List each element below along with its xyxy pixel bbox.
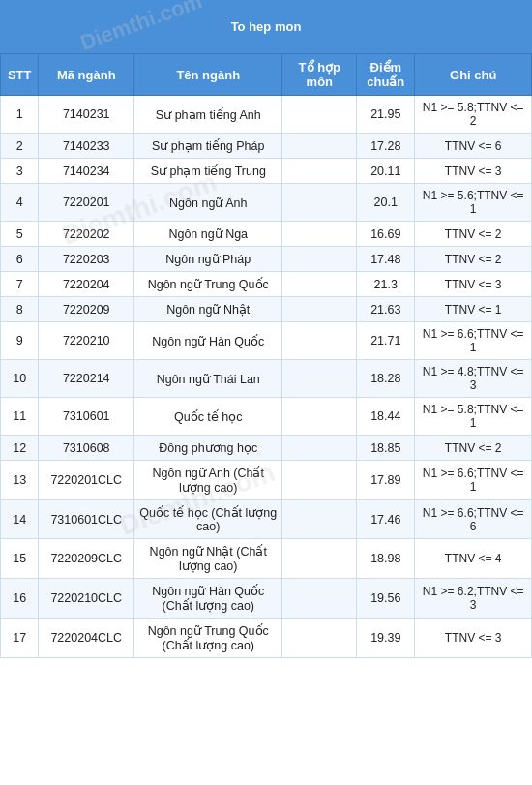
cell-ghi-chu: N1 >= 5.8;TTNV <= 1: [415, 398, 532, 436]
cell-ten-nganh: Ngôn ngữ Pháp: [134, 247, 282, 272]
table-row: 67220203Ngôn ngữ Pháp17.48TTNV <= 2: [1, 247, 532, 272]
cell-diem-chuan: 17.48: [357, 247, 415, 272]
cell-ten-nganh: Ngôn ngữ Nhật (Chất lượng cao): [134, 539, 282, 579]
cell-diem-chuan: 16.69: [357, 222, 415, 247]
cell-ma-nganh: 7220210CLC: [39, 579, 134, 619]
cell-diem-chuan: 21.95: [357, 96, 415, 134]
cell-ghi-chu: N1 >= 6.6;TTNV <= 6: [415, 500, 532, 539]
cell-ghi-chu: TTNV <= 1: [415, 297, 532, 322]
cell-stt: 5: [1, 222, 39, 247]
cell-stt: 11: [1, 398, 39, 436]
cell-to-hop: [282, 297, 357, 322]
cell-ten-nganh: Ngôn ngữ Hàn Quốc: [134, 322, 282, 360]
cell-ten-nganh: Ngôn ngữ Nga: [134, 222, 282, 247]
cell-ma-nganh: 7220202: [39, 222, 134, 247]
cell-ghi-chu: N1 >= 6.2;TTNV <= 3: [415, 579, 532, 619]
cell-to-hop: [282, 539, 357, 579]
cell-to-hop: [282, 222, 357, 247]
cell-stt: 10: [1, 360, 39, 398]
cell-ghi-chu: N1 >= 5.6;TTNV <= 1: [415, 184, 532, 222]
cell-diem-chuan: 18.85: [357, 436, 415, 461]
cell-ghi-chu: TTNV <= 3: [415, 272, 532, 297]
cell-to-hop: [282, 398, 357, 436]
cell-stt: 9: [1, 322, 39, 360]
cell-stt: 6: [1, 247, 39, 272]
cell-ghi-chu: TTNV <= 3: [415, 159, 532, 184]
cell-to-hop: [282, 461, 357, 500]
cell-stt: 15: [1, 539, 39, 579]
cell-stt: 16: [1, 579, 39, 619]
cell-diem-chuan: 17.28: [357, 134, 415, 159]
cell-ma-nganh: 7220203: [39, 247, 134, 272]
table-row: 157220209CLCNgôn ngữ Nhật (Chất lượng ca…: [1, 539, 532, 579]
col-diem-chuan: Điểm chuẩn: [357, 54, 415, 96]
cell-to-hop: [282, 619, 357, 658]
cell-stt: 12: [1, 436, 39, 461]
cell-stt: 1: [1, 96, 39, 134]
watermark-1: Diemthi.com: [77, 0, 206, 56]
cell-ten-nganh: Sư phạm tiếng Anh: [134, 96, 282, 134]
cell-stt: 8: [1, 297, 39, 322]
cell-stt: 17: [1, 619, 39, 658]
cell-diem-chuan: 18.28: [357, 360, 415, 398]
table-row: 117310601Quốc tế học18.44N1 >= 5.8;TTNV …: [1, 398, 532, 436]
table-row: 87220209Ngôn ngữ Nhật21.63TTNV <= 1: [1, 297, 532, 322]
cell-ma-nganh: 7310608: [39, 436, 134, 461]
table-row: 177220204CLCNgôn ngữ Trung Quốc (Chất lư…: [1, 619, 532, 658]
cell-ten-nganh: Ngôn ngữ Trung Quốc: [134, 272, 282, 297]
cell-diem-chuan: 21.63: [357, 297, 415, 322]
cell-ma-nganh: 7310601CLC: [39, 500, 134, 539]
cell-to-hop: [282, 159, 357, 184]
cell-ghi-chu: TTNV <= 2: [415, 247, 532, 272]
cell-diem-chuan: 21.71: [357, 322, 415, 360]
cell-ten-nganh: Ngôn ngữ Hàn Quốc (Chất lượng cao): [134, 579, 282, 619]
cell-diem-chuan: 20.1: [357, 184, 415, 222]
table-header-row: STT Mã ngành Tên ngành Tổ hợp môn Điểm c…: [1, 54, 532, 96]
cell-stt: 14: [1, 500, 39, 539]
cell-ghi-chu: TTNV <= 3: [415, 619, 532, 658]
cell-ghi-chu: TTNV <= 4: [415, 539, 532, 579]
cell-to-hop: [282, 322, 357, 360]
cell-ghi-chu: N1 >= 6.6;TTNV <= 1: [415, 322, 532, 360]
cell-ma-nganh: 7220210: [39, 322, 134, 360]
cell-ghi-chu: N1 >= 4.8;TTNV <= 3: [415, 360, 532, 398]
cell-stt: 4: [1, 184, 39, 222]
table-row: 107220214Ngôn ngữ Thái Lan18.28N1 >= 4.8…: [1, 360, 532, 398]
cell-ma-nganh: 7140231: [39, 96, 134, 134]
cell-to-hop: [282, 134, 357, 159]
col-ghi-chu: Ghi chú: [415, 54, 532, 96]
cell-ma-nganh: 7220214: [39, 360, 134, 398]
table-row: 167220210CLCNgôn ngữ Hàn Quốc (Chất lượn…: [1, 579, 532, 619]
cell-ghi-chu: N1 >= 5.8;TTNV <= 2: [415, 96, 532, 134]
header-banner: Diemthi.com To hep mon: [0, 0, 532, 53]
table-row: 137220201CLCNgôn ngữ Anh (Chất lượng cao…: [1, 461, 532, 500]
cell-ten-nganh: Ngôn ngữ Nhật: [134, 297, 282, 322]
cell-ten-nganh: Ngôn ngữ Trung Quốc (Chất lượng cao): [134, 619, 282, 658]
table-row: 97220210Ngôn ngữ Hàn Quốc21.71N1 >= 6.6;…: [1, 322, 532, 360]
cell-diem-chuan: 20.11: [357, 159, 415, 184]
cell-diem-chuan: 17.46: [357, 500, 415, 539]
cell-ma-nganh: 7220209: [39, 297, 134, 322]
table-row: 77220204Ngôn ngữ Trung Quốc21.3TTNV <= 3: [1, 272, 532, 297]
cell-ma-nganh: 7220209CLC: [39, 539, 134, 579]
table-row: 127310608Đông phương học18.85TTNV <= 2: [1, 436, 532, 461]
cell-to-hop: [282, 96, 357, 134]
cell-to-hop: [282, 500, 357, 539]
cell-ghi-chu: TTNV <= 2: [415, 436, 532, 461]
cell-ten-nganh: Ngôn ngữ Thái Lan: [134, 360, 282, 398]
cell-to-hop: [282, 272, 357, 297]
cell-ma-nganh: 7140233: [39, 134, 134, 159]
cell-diem-chuan: 19.39: [357, 619, 415, 658]
cell-ten-nganh: Sư phạm tiếng Pháp: [134, 134, 282, 159]
table-row: 47220201Ngôn ngữ Anh20.1N1 >= 5.6;TTNV <…: [1, 184, 532, 222]
cell-ma-nganh: 7220201CLC: [39, 461, 134, 500]
cell-ma-nganh: 7220201: [39, 184, 134, 222]
cell-ghi-chu: TTNV <= 2: [415, 222, 532, 247]
table-row: 17140231Sư phạm tiếng Anh21.95N1 >= 5.8;…: [1, 96, 532, 134]
cell-ten-nganh: Sư phạm tiếng Trung: [134, 159, 282, 184]
cell-to-hop: [282, 247, 357, 272]
cell-ten-nganh: Ngôn ngữ Anh (Chất lượng cao): [134, 461, 282, 500]
main-table: STT Mã ngành Tên ngành Tổ hợp môn Điểm c…: [0, 53, 532, 658]
cell-to-hop: [282, 184, 357, 222]
table-row: 57220202Ngôn ngữ Nga16.69TTNV <= 2: [1, 222, 532, 247]
